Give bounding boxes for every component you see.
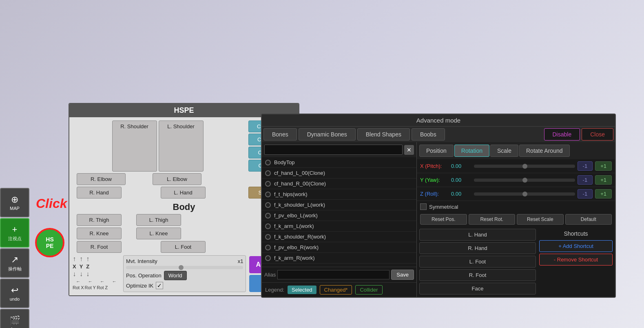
advanced-mode-panel: Advanced mode Bones Dynamic Bones Blend … bbox=[261, 114, 616, 298]
y-minus-btn[interactable]: -1 bbox=[578, 175, 593, 185]
y-plus-btn[interactable]: +1 bbox=[595, 175, 612, 185]
map-button[interactable]: ⊕ MAP bbox=[0, 188, 29, 217]
l-foot-shortcut[interactable]: L. Foot bbox=[419, 256, 536, 268]
mvt-slider[interactable] bbox=[126, 266, 243, 269]
z-plus-btn[interactable]: +1 bbox=[595, 189, 612, 199]
remove-shortcut-btn[interactable]: - Remove Shortcut bbox=[539, 254, 613, 266]
l-hand-btn[interactable]: L. Hand bbox=[161, 187, 206, 199]
right-panel: Position Rotation Scale Rotate Around X … bbox=[417, 142, 615, 297]
z-roll-label: Z (Roll): bbox=[420, 191, 449, 197]
y-down-arrow[interactable]: ↓ bbox=[80, 270, 83, 278]
bone-item-f-k-arm-r[interactable]: f_k_arm_R(work) bbox=[262, 253, 416, 263]
r-hand-btn[interactable]: R. Hand bbox=[77, 187, 122, 199]
y-up-arrow[interactable]: ↑ bbox=[80, 255, 83, 263]
add-shortcut-btn[interactable]: + Add Shortcut bbox=[539, 240, 613, 252]
bone-item-f-pv-elbo-l[interactable]: f_pv_elbo_L(work) bbox=[262, 210, 416, 221]
reset-pos-btn[interactable]: Reset Pos. bbox=[420, 214, 467, 225]
l-elbow-btn[interactable]: L. Elbow bbox=[153, 173, 201, 185]
rotate-around-tab[interactable]: Rotate Around bbox=[519, 145, 570, 157]
l-thigh-btn[interactable]: L. Thigh bbox=[136, 214, 181, 226]
bone-item-f-k-shoulder-l[interactable]: f_k_shoulder_L(work) bbox=[262, 200, 416, 210]
bone-radio bbox=[265, 181, 271, 187]
r-hand-shortcut[interactable]: R. Hand bbox=[419, 242, 536, 254]
z-up-arrow[interactable]: ↑ bbox=[86, 255, 89, 263]
default-btn[interactable]: Default bbox=[565, 214, 612, 225]
pos-operation-label: Pos. Operation bbox=[126, 272, 162, 279]
l-knee-btn[interactable]: L. Knee bbox=[136, 228, 181, 239]
search-clear-btn[interactable]: ✕ bbox=[404, 145, 414, 155]
hspe-circle-button[interactable]: HS PE bbox=[35, 228, 64, 257]
search-row: ✕ bbox=[262, 142, 416, 157]
y-axis-row: Y (Yaw): 0.00 -1 +1 bbox=[417, 173, 615, 187]
z-axis-row: Z (Roll): 0.00 -1 +1 bbox=[417, 187, 615, 201]
x-axis-row: X (Pitch): 0.00 -1 +1 bbox=[417, 159, 615, 173]
rot-z-text: Rot Z bbox=[97, 285, 108, 290]
position-tab[interactable]: Position bbox=[419, 145, 454, 157]
bones-tab[interactable]: Bones bbox=[263, 128, 297, 141]
x-plus-btn[interactable]: +1 bbox=[595, 161, 612, 171]
rot-z-label: ← bbox=[97, 279, 108, 284]
disable-tab[interactable]: Disable bbox=[544, 128, 580, 141]
legend-selected[interactable]: Selected bbox=[288, 286, 316, 294]
symmetrical-label: Symmetrical bbox=[429, 204, 458, 210]
optimize-label: Optimize IK bbox=[126, 283, 153, 289]
bone-item-f-t-hips[interactable]: f_t_hips(work) bbox=[262, 189, 416, 200]
reset-rot-btn[interactable]: Reset Rot. bbox=[469, 214, 516, 225]
shortcuts-title: Shortcuts bbox=[539, 229, 613, 239]
alias-input[interactable] bbox=[277, 270, 389, 279]
r-foot-shortcut[interactable]: R. Foot bbox=[419, 269, 536, 281]
undo-button[interactable]: ↩ undo bbox=[0, 279, 29, 308]
l-hand-shortcut[interactable]: L. Hand bbox=[419, 229, 536, 241]
symmetrical-checkbox[interactable] bbox=[420, 203, 427, 210]
r-elbow-btn[interactable]: R. Elbow bbox=[77, 173, 126, 185]
alias-row: Alias Save bbox=[262, 267, 416, 282]
bone-list-section: ✕ BodyTop cf_hand_L_00(Clone) cf_hand_R_… bbox=[262, 142, 417, 297]
bone-item-f-k-arm-l[interactable]: f_k_arm_L(work) bbox=[262, 221, 416, 232]
r-foot-btn[interactable]: R. Foot bbox=[77, 241, 122, 253]
save-btn[interactable]: Save bbox=[391, 270, 414, 280]
l-shoulder-btn[interactable]: L. Shoulder bbox=[159, 120, 204, 172]
z-value: 0.00 bbox=[451, 191, 471, 197]
bone-item-f-pv-elbo-r[interactable]: f_pv_elbo_R(work) bbox=[262, 242, 416, 253]
rotation-tab[interactable]: Rotation bbox=[454, 145, 489, 157]
scale-tab[interactable]: Scale bbox=[490, 145, 518, 157]
bone-radio bbox=[265, 170, 271, 176]
map-icon: ⊕ bbox=[11, 194, 18, 205]
legend-changed[interactable]: Changed* bbox=[320, 285, 352, 295]
bone-item-cf-hand-r[interactable]: cf_hand_R_00(Clone) bbox=[262, 179, 416, 189]
rot-x-label: ← bbox=[73, 279, 84, 284]
shortcuts-right: Shortcuts + Add Shortcut - Remove Shortc… bbox=[539, 229, 613, 295]
bone-item-cf-hand-l[interactable]: cf_hand_L_00(Clone) bbox=[262, 168, 416, 179]
gaze-button[interactable]: + 注視点 bbox=[0, 218, 29, 248]
r-thigh-btn[interactable]: R. Thigh bbox=[77, 214, 122, 226]
r-shoulder-btn[interactable]: R. Shoulder bbox=[112, 120, 157, 172]
z-minus-btn[interactable]: -1 bbox=[578, 189, 593, 199]
close-tab[interactable]: Close bbox=[582, 128, 613, 141]
l-foot-btn[interactable]: L. Foot bbox=[161, 241, 206, 253]
face-shortcut[interactable]: Face bbox=[419, 283, 536, 295]
rot-y-text: Rot Y bbox=[85, 285, 96, 290]
r-knee-btn[interactable]: R. Knee bbox=[77, 228, 122, 239]
dynamic-bones-tab[interactable]: Dynamic Bones bbox=[299, 128, 356, 141]
bone-item-f-k-shoulder-r[interactable]: f_k_shoulder_R(work) bbox=[262, 232, 416, 242]
boobs-tab[interactable]: Boobs bbox=[412, 128, 445, 141]
axis-button[interactable]: ↗ 操作軸 bbox=[0, 248, 29, 278]
click-label: Click bbox=[36, 196, 67, 211]
rot-x-text: Rot X bbox=[73, 285, 84, 290]
mvt-label: Mvt. Intensity bbox=[126, 258, 157, 264]
free-button[interactable]: 🎬 free bbox=[0, 309, 29, 328]
blend-shapes-tab[interactable]: Blend Shapes bbox=[357, 128, 410, 141]
bone-item-bodytop[interactable]: BodyTop bbox=[262, 157, 416, 168]
x-up-arrow[interactable]: ↑ bbox=[73, 255, 76, 263]
x-minus-btn[interactable]: -1 bbox=[578, 161, 593, 171]
bone-search-input[interactable] bbox=[264, 145, 403, 155]
reset-scale-btn[interactable]: Reset Scale bbox=[517, 214, 564, 225]
x-down-arrow[interactable]: ↓ bbox=[73, 270, 76, 278]
z-down-arrow[interactable]: ↓ bbox=[86, 270, 89, 278]
left-toolbar: ⊕ MAP + 注視点 ↗ 操作軸 ↩ undo 🎬 free ↪ Redo bbox=[0, 188, 29, 328]
legend-collider[interactable]: Collider bbox=[355, 285, 382, 295]
mvt-x1: x1 bbox=[238, 258, 243, 264]
gaze-icon: + bbox=[12, 224, 18, 235]
optimize-checkbox[interactable]: ✓ bbox=[156, 282, 163, 289]
world-btn[interactable]: World bbox=[164, 271, 187, 280]
